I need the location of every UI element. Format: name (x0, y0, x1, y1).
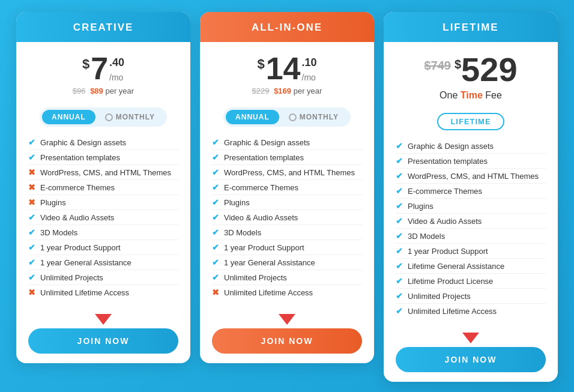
check-icon: ✔ (212, 182, 219, 192)
list-item: ✔Video & Audio Assets (28, 210, 178, 225)
list-item: ✔Lifetime General Assistance (396, 259, 546, 274)
list-item: ✔Lifetime Product License (396, 274, 546, 289)
allinone-toggle: ANNUAL MONTHLY (223, 107, 351, 127)
cross-icon: ✖ (28, 167, 35, 177)
list-item: ✔1 year Product Support (28, 240, 178, 255)
check-icon: ✔ (396, 186, 403, 196)
allinone-old-price: $229 (252, 86, 270, 95)
arrow-down-icon (279, 314, 295, 325)
lifetime-new-wrap: $ 529 (455, 53, 518, 86)
list-item: ✖Unlimited Lifetime Access (28, 285, 178, 300)
creative-annual-btn[interactable]: ANNUAL (42, 110, 95, 124)
creative-cta-area: JOIN NOW (28, 309, 178, 354)
check-icon: ✔ (212, 258, 219, 267)
lifetime-cta-area: JOIN NOW (396, 328, 546, 372)
creative-yearly-label: per year (105, 86, 134, 95)
creative-decimal: .40 (109, 56, 124, 69)
list-item: ✔WordPress, CMS, and HTML Themes (212, 165, 362, 180)
check-icon: ✔ (212, 167, 219, 177)
check-icon: ✔ (396, 261, 403, 271)
lifetime-currency: $ (455, 58, 461, 71)
creative-card: CREATIVE $ 7 .40 /mo $96 $89 per year (16, 12, 190, 363)
list-item: ✖Unlimited Lifetime Access (212, 285, 362, 300)
lifetime-features: ✔Graphic & Design assets ✔Presentation t… (396, 139, 546, 318)
cross-icon: ✖ (28, 288, 35, 297)
check-icon: ✔ (212, 198, 219, 207)
lifetime-tag-area: LIFETIME (437, 113, 504, 130)
allinone-price-area: $ 14 .10 /mo $229 $169 per year (212, 53, 362, 95)
allinone-period: /mo (302, 73, 316, 82)
lifetime-title: LIFETIME (443, 22, 498, 33)
allinone-annual-btn[interactable]: ANNUAL (226, 110, 279, 124)
allinone-yearly-label: per year (294, 86, 322, 95)
list-item: ✔1 year Product Support (396, 244, 546, 259)
check-icon: ✔ (212, 243, 219, 252)
arrow-down-icon (462, 333, 479, 343)
allinone-monthly-btn[interactable]: MONTHLY (279, 110, 348, 124)
creative-toggle: ANNUAL MONTHLY (40, 107, 167, 127)
check-icon: ✔ (28, 213, 35, 222)
cross-icon: ✖ (28, 182, 35, 192)
list-item: ✔E-commerce Themes (212, 180, 362, 195)
list-item: ✔Unlimited Projects (212, 270, 362, 285)
creative-currency: $ (82, 56, 89, 72)
list-item: ✔3D Models (28, 225, 178, 240)
creative-title: CREATIVE (73, 22, 134, 33)
creative-monthly-label: MONTHLY (116, 113, 155, 121)
check-icon: ✔ (396, 306, 403, 316)
check-icon: ✔ (396, 216, 403, 226)
check-icon: ✔ (212, 273, 219, 282)
lifetime-old-price: $749 (424, 59, 451, 73)
check-icon: ✔ (396, 276, 403, 286)
check-icon: ✔ (396, 156, 403, 166)
creative-price-area: $ 7 .40 /mo $96 $89 per year (28, 53, 178, 95)
list-item: ✔Unlimited Projects (28, 270, 178, 285)
lifetime-tag-button[interactable]: LIFETIME (437, 113, 504, 130)
check-icon: ✔ (396, 291, 403, 301)
list-item: ✖Plugins (28, 195, 178, 210)
list-item: ✖E-commerce Themes (28, 180, 178, 195)
list-item: ✔3D Models (396, 229, 546, 244)
allinone-header: ALL-IN-ONE (200, 12, 374, 42)
allinone-new-price: $169 (274, 86, 291, 95)
creative-period: /mo (109, 73, 123, 82)
lifetime-card: LIFETIME $749 $ 529 One Time Fee LIFETIM… (384, 12, 558, 382)
creative-header: CREATIVE (16, 12, 190, 42)
pricing-container: CREATIVE $ 7 .40 /mo $96 $89 per year (16, 12, 558, 382)
creative-body: $ 7 .40 /mo $96 $89 per year ANNUAL MONT… (16, 42, 190, 363)
list-item: ✔1 year General Assistance (28, 255, 178, 270)
arrow-down-icon (95, 314, 112, 325)
allinone-yearly: $229 $169 per year (212, 86, 362, 95)
allinone-join-button[interactable]: JOIN NOW (212, 328, 362, 354)
check-icon: ✔ (28, 152, 35, 162)
creative-join-button[interactable]: JOIN NOW (28, 328, 178, 354)
list-item: ✔Graphic & Design assets (212, 135, 362, 150)
lifetime-join-button[interactable]: JOIN NOW (396, 347, 546, 372)
lifetime-header: LIFETIME (384, 12, 558, 42)
creative-new-price: $89 (90, 86, 103, 95)
check-icon: ✔ (396, 231, 403, 241)
lifetime-number: 529 (461, 53, 517, 86)
check-icon: ✔ (28, 258, 35, 267)
allinone-card: ALL-IN-ONE $ 14 .10 /mo $229 $169 per ye… (200, 12, 374, 363)
creative-number: 7 (91, 53, 108, 84)
check-icon: ✔ (28, 273, 35, 282)
list-item: ✔1 year Product Support (212, 240, 362, 255)
allinone-body: $ 14 .10 /mo $229 $169 per year ANNUAL M… (200, 42, 374, 363)
list-item: ✔Presentation templates (396, 154, 546, 169)
lifetime-one-time: One Time Fee (396, 90, 546, 101)
check-icon: ✔ (396, 171, 403, 181)
allinone-price-main: $ 14 .10 /mo (212, 53, 362, 84)
cross-icon: ✖ (212, 288, 219, 297)
creative-old-price: $96 (73, 86, 86, 95)
list-item: ✖WordPress, CMS, and HTML Themes (28, 165, 178, 180)
creative-price-main: $ 7 .40 /mo (28, 53, 178, 84)
list-item: ✔Presentation templates (212, 150, 362, 165)
list-item: ✔Unlimited Projects (396, 289, 546, 304)
creative-monthly-btn[interactable]: MONTHLY (95, 110, 165, 124)
list-item: ✔3D Models (212, 225, 362, 240)
list-item: ✔E-commerce Themes (396, 184, 546, 199)
lifetime-price-main: $749 $ 529 (396, 53, 546, 86)
list-item: ✔Video & Audio Assets (396, 214, 546, 229)
creative-features: ✔Graphic & Design assets ✔Presentation t… (28, 135, 178, 300)
